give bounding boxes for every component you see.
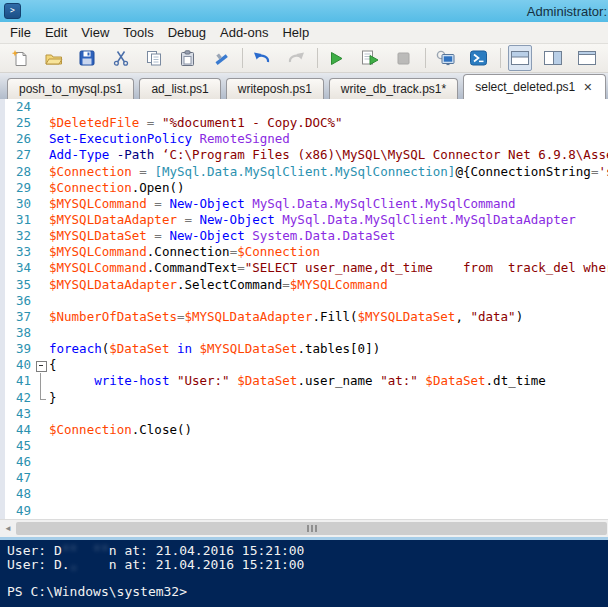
close-tab-icon[interactable]: ✕	[582, 82, 593, 93]
tab-posh-to-mysql-ps1[interactable]: posh_to_mysql.ps1	[7, 78, 134, 99]
save-button[interactable]	[75, 45, 99, 71]
console-output: User: D'' ''n at: 21.04.2016 15:21:00Use…	[7, 544, 608, 571]
code-text	[49, 406, 608, 422]
menu-item-edit[interactable]: Edit	[38, 23, 74, 42]
code-line[interactable]: 28$Connection = [MySql.Data.MySqlClient.…	[5, 164, 608, 180]
code-line[interactable]: 39foreach($DataSet in $MYSQLDataSet.tabl…	[5, 341, 608, 357]
fold-column	[33, 99, 49, 115]
line-number: 47	[5, 470, 33, 486]
line-number: 27	[5, 147, 33, 163]
code-text	[49, 325, 608, 341]
new-script-button[interactable]	[8, 45, 32, 71]
menu-item-file[interactable]: File	[3, 23, 38, 42]
tab-select-deleted-ps1[interactable]: select_deleted.ps1✕	[463, 74, 605, 99]
show-script-pane-top-button[interactable]	[508, 45, 532, 71]
code-text: $MYSQLDataAdapter = New-Object MySql.Dat…	[49, 212, 608, 228]
remote-tab-icon	[436, 50, 455, 66]
code-line[interactable]: 41 write-host "User:" $DataSet.user_name…	[5, 373, 608, 389]
code-line[interactable]: 27Add-Type -Path ‘C:\Program Files (x86)…	[5, 147, 608, 163]
clear-console-icon	[212, 50, 230, 66]
open-script-button[interactable]	[41, 45, 65, 71]
line-number: 26	[5, 131, 33, 147]
new-remote-powershell-tab-button[interactable]	[433, 45, 457, 71]
code-line[interactable]: 25$DeletedFile = "%document1 - Copy.DOC%…	[5, 115, 608, 131]
code-line[interactable]: 38	[5, 325, 608, 341]
console-prompt[interactable]: PS C:\Windows\system32>	[7, 585, 608, 599]
fold-column	[33, 228, 49, 244]
code-line[interactable]: 42}	[5, 390, 608, 406]
tab-ad-list-ps1[interactable]: ad_list.ps1	[139, 78, 220, 99]
toolbar-separator	[500, 48, 501, 68]
code-text: $MYSQLDataAdapter.SelectCommand=$MYSQLCo…	[49, 277, 608, 293]
code-text: $NumberOfDataSets=$MYSQLDataAdapter.Fill…	[49, 309, 608, 325]
start-powershell-button[interactable]	[466, 45, 490, 71]
code-text: $Connection.Close()	[49, 422, 608, 438]
code-line[interactable]: 44$Connection.Close()	[5, 422, 608, 438]
code-line[interactable]: 46	[5, 454, 608, 470]
code-line[interactable]: 43	[5, 406, 608, 422]
cut-button[interactable]	[108, 45, 132, 71]
show-script-pane-maximized-button[interactable]	[574, 45, 598, 71]
code-text: $MYSQLCommand.Connection=$Connection	[49, 244, 608, 260]
script-editor-pane[interactable]: 2425$DeletedFile = "%document1 - Copy.DO…	[0, 99, 608, 519]
line-number: 33	[5, 244, 33, 260]
run-icon	[329, 51, 344, 66]
stop-operation-button[interactable]	[392, 45, 416, 71]
collapse-region-icon[interactable]	[36, 361, 47, 372]
code-line[interactable]: 31$MYSQLDataAdapter = New-Object MySql.D…	[5, 212, 608, 228]
tab-writeposh-ps1[interactable]: writeposh.ps1	[226, 78, 324, 99]
tab-label: ad_list.ps1	[151, 82, 208, 96]
undo-button[interactable]	[250, 45, 274, 71]
scroll-left-arrow-icon[interactable]: ◄	[0, 521, 16, 536]
code-line[interactable]: 32$MYSQLDataSet = New-Object System.Data…	[5, 228, 608, 244]
tab-label: writeposh.ps1	[238, 82, 312, 96]
tab-label: posh_to_mysql.ps1	[19, 82, 122, 96]
code-text: foreach($DataSet in $MYSQLDataSet.tables…	[49, 341, 608, 357]
fold-column	[33, 164, 49, 180]
code-line[interactable]: 48	[5, 486, 608, 502]
menu-item-tools[interactable]: Tools	[116, 23, 160, 42]
line-number: 36	[5, 293, 33, 309]
clear-console-button[interactable]	[209, 45, 233, 71]
code-line[interactable]: 35$MYSQLDataAdapter.SelectCommand=$MYSQL…	[5, 277, 608, 293]
script-tab-strip: posh_to_mysql.ps1ad_list.ps1writeposh.ps…	[0, 73, 608, 99]
code-text	[49, 454, 608, 470]
code-text: $MYSQLDataSet = New-Object System.Data.D…	[49, 228, 608, 244]
show-script-pane-right-button[interactable]	[541, 45, 565, 71]
code-line[interactable]: 24	[5, 99, 608, 115]
menu-item-add-ons[interactable]: Add-ons	[213, 23, 275, 42]
editor-horizontal-scrollbar[interactable]: ◄	[0, 519, 608, 537]
code-line[interactable]: 36	[5, 293, 608, 309]
code-line[interactable]: 37$NumberOfDataSets=$MYSQLDataAdapter.Fi…	[5, 309, 608, 325]
copy-button[interactable]	[142, 45, 166, 71]
fold-column	[33, 390, 49, 406]
fold-column	[33, 309, 49, 325]
code-line[interactable]: 26Set-ExecutionPolicy RemoteSigned	[5, 131, 608, 147]
code-line[interactable]: 33$MYSQLCommand.Connection=$Connection	[5, 244, 608, 260]
code-line[interactable]: 30$MYSQLCommand = New-Object MySql.Data.…	[5, 196, 608, 212]
code-text: Add-Type -Path ‘C:\Program Files (x86)\M…	[49, 147, 608, 163]
line-number: 48	[5, 486, 33, 502]
save-icon	[79, 50, 95, 66]
code-line[interactable]: 49	[5, 503, 608, 519]
code-line[interactable]: 47	[5, 470, 608, 486]
tab-write-db-track-ps1-[interactable]: write_db_track.ps1*	[329, 78, 458, 99]
line-number: 35	[5, 277, 33, 293]
fold-guide-line	[40, 390, 46, 400]
menu-item-help[interactable]: Help	[275, 23, 316, 42]
fold-column	[33, 212, 49, 228]
menu-item-view[interactable]: View	[74, 23, 116, 42]
code-line[interactable]: 34$MYSQLCommand.CommandText="SELECT user…	[5, 260, 608, 276]
scrollbar-thumb[interactable]	[16, 522, 607, 535]
line-number: 34	[5, 260, 33, 276]
code-line[interactable]: 40{	[5, 357, 608, 373]
console-pane[interactable]: User: D'' ''n at: 21.04.2016 15:21:00Use…	[0, 540, 608, 607]
run-selection-button[interactable]	[358, 45, 382, 71]
run-script-button[interactable]	[325, 45, 349, 71]
redo-button[interactable]	[283, 45, 307, 71]
code-line[interactable]: 29$Connection.Open()	[5, 180, 608, 196]
paste-button[interactable]	[175, 45, 199, 71]
code-text: write-host "User:" $DataSet.user_name "a…	[49, 373, 608, 389]
code-line[interactable]: 45	[5, 438, 608, 454]
menu-item-debug[interactable]: Debug	[161, 23, 213, 42]
